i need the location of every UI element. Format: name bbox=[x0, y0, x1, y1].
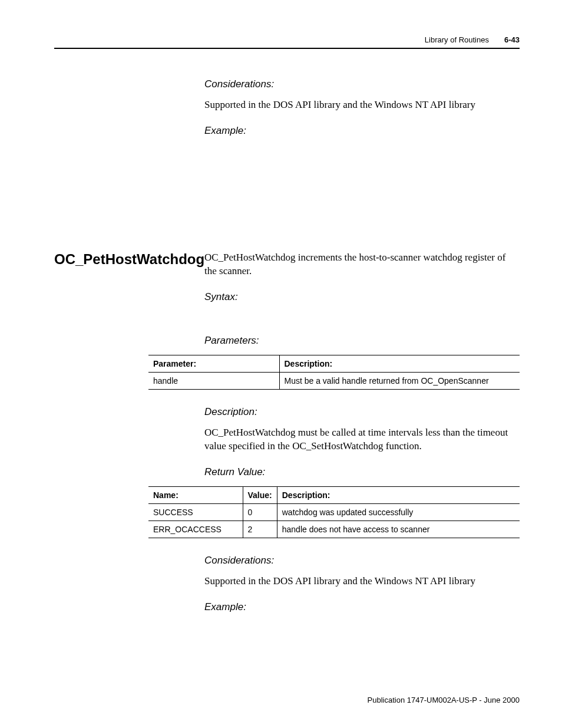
table-row: handle Must be a valid handle returned f… bbox=[148, 372, 520, 389]
param-desc-cell: Must be a valid handle returned from OC_… bbox=[279, 372, 520, 389]
main-section-row: OC_PetHostWatchdog OC_PetHostWatchdog in… bbox=[54, 251, 520, 355]
section-heading: OC_PetHostWatchdog bbox=[54, 251, 204, 268]
table-row: SUCCESS 0 watchdog was updated successfu… bbox=[148, 503, 520, 521]
ret-th-description: Description: bbox=[277, 486, 520, 503]
header-title: Library of Routines bbox=[425, 35, 489, 44]
return-value-heading: Return Value: bbox=[204, 466, 520, 478]
ret-value-cell: 2 bbox=[243, 521, 277, 538]
return-value-table: Name: Value: Description: SUCCESS 0 watc… bbox=[148, 486, 520, 538]
param-name-cell: handle bbox=[148, 372, 279, 389]
considerations-text-top: Supported in the DOS API library and the… bbox=[204, 98, 520, 112]
param-table-row: Parameter: Description: handle Must be a… bbox=[54, 355, 520, 406]
example-heading-bottom: Example: bbox=[204, 601, 520, 613]
parameters-heading: Parameters: bbox=[204, 335, 520, 347]
description-text: OC_PetHostWatchdog must be called at tim… bbox=[204, 426, 520, 453]
considerations-text-bottom: Supported in the DOS API library and the… bbox=[204, 575, 520, 588]
ret-value-cell: 0 bbox=[243, 503, 277, 521]
page-header: Library of Routines 6-43 bbox=[54, 35, 520, 44]
ret-th-name: Name: bbox=[148, 486, 243, 503]
table-row: ERR_OCACCESS 2 handle does not have acce… bbox=[148, 521, 520, 538]
ret-th-value: Value: bbox=[243, 486, 277, 503]
description-heading: Description: bbox=[204, 406, 520, 418]
param-th-description: Description: bbox=[279, 355, 520, 372]
considerations-heading-top: Considerations: bbox=[204, 78, 520, 90]
ret-name-cell: ERR_OCACCESS bbox=[148, 521, 243, 538]
top-block: Considerations: Supported in the DOS API… bbox=[54, 78, 520, 145]
ret-desc-cell: watchdog was updated successfully bbox=[277, 503, 520, 521]
syntax-heading: Syntax: bbox=[204, 291, 520, 303]
ret-name-cell: SUCCESS bbox=[148, 503, 243, 521]
desc-block: Description: OC_PetHostWatchdog must be … bbox=[54, 406, 520, 486]
publication-footer: Publication 1747-UM002A-US-P - June 2000 bbox=[368, 696, 520, 704]
bottom-block: Considerations: Supported in the DOS API… bbox=[54, 555, 520, 621]
ret-desc-cell: handle does not have access to scanner bbox=[277, 521, 520, 538]
section-intro: OC_PetHostWatchdog increments the host-t… bbox=[204, 251, 520, 278]
ret-table-row: Name: Value: Description: SUCCESS 0 watc… bbox=[54, 486, 520, 555]
example-heading-top: Example: bbox=[204, 125, 520, 137]
param-th-parameter: Parameter: bbox=[148, 355, 279, 372]
header-rule bbox=[54, 48, 520, 49]
considerations-heading-bottom: Considerations: bbox=[204, 555, 520, 566]
header-page-number: 6-43 bbox=[504, 35, 520, 44]
parameters-table: Parameter: Description: handle Must be a… bbox=[148, 355, 520, 390]
